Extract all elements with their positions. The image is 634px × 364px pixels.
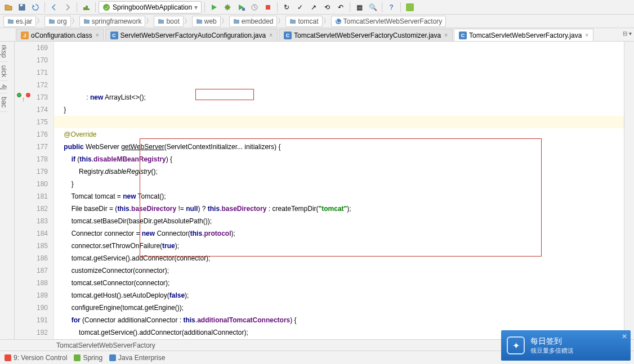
coverage-icon[interactable]	[235, 1, 247, 14]
line-number[interactable]: 192	[15, 326, 48, 339]
code-line[interactable]: tomcat.setBaseDir(baseDir.getAbsolutePat…	[54, 215, 634, 227]
editor-tab[interactable]: CTomcatServletWebServerFactory.java×	[454, 29, 593, 41]
line-number[interactable]: 183	[15, 215, 48, 227]
code-line[interactable]: customizeConnector(connector);	[54, 264, 634, 277]
history-icon[interactable]: ⟲	[321, 1, 333, 14]
tab-overflow-icon[interactable]: ⊟ ▾	[623, 30, 632, 37]
run-icon[interactable]	[208, 1, 220, 14]
file-type-icon: J	[21, 32, 29, 39]
code-line[interactable]: tomcat.getHost().setAutoDeploy(false);	[54, 289, 634, 302]
close-icon[interactable]: ×	[444, 32, 448, 38]
line-number[interactable]: 173↑	[15, 91, 48, 104]
line-number[interactable]: 185	[15, 240, 48, 252]
breadcrumb-item[interactable]: boot	[154, 16, 183, 27]
bottom-tool-button[interactable]: Java Enterprise	[109, 354, 165, 362]
line-number[interactable]: 178	[15, 153, 48, 165]
editor-tab[interactable]: CTomcatServletWebServerFactoryCustomizer…	[279, 29, 453, 41]
code-line[interactable]: Connector connector = new Connector(this…	[54, 227, 634, 240]
svg-rect-4	[242, 8, 245, 11]
line-number[interactable]: 190	[15, 302, 48, 314]
breadcrumb-item[interactable]: CTomcatServletWebServerFactory	[331, 16, 447, 27]
build-icon[interactable]	[80, 1, 92, 14]
chevron-down-icon: ▾	[194, 3, 198, 11]
commit-icon[interactable]: ✓	[294, 1, 306, 14]
code-line[interactable]: for (Connector additionalConnector : thi…	[54, 314, 634, 326]
line-number[interactable]: 186	[15, 252, 48, 264]
chevron-right-icon: 〉	[278, 16, 284, 26]
line-number[interactable]: 181	[15, 190, 48, 203]
code-line[interactable]	[54, 116, 634, 128]
refresh-icon[interactable]	[29, 1, 42, 14]
stop-icon[interactable]	[262, 1, 274, 14]
tab-label: TomcatServletWebServerFactory.java	[469, 32, 582, 39]
line-number[interactable]: 184	[15, 227, 48, 240]
tool-window-button[interactable]: bac	[0, 93, 8, 111]
code-line[interactable]: }	[54, 178, 634, 190]
bottom-tool-button[interactable]: Spring	[74, 354, 102, 362]
breadcrumb-item[interactable]: tomcat	[285, 16, 322, 27]
code-line[interactable]: configureEngine(tomcat.getEngine());	[54, 302, 634, 314]
code-line[interactable]: Registry.disableRegistry();	[54, 165, 634, 178]
line-number[interactable]: 191	[15, 314, 48, 326]
editor-tabs: JoConfiguration.class×CServletWebServerF…	[0, 28, 634, 42]
code-editor[interactable]: : new ArrayList<>(); } @Override public …	[54, 42, 634, 339]
forward-icon[interactable]	[61, 1, 74, 14]
line-number[interactable]: 172	[15, 79, 48, 91]
popup-sub: 领豆量多倍赠送	[530, 347, 574, 355]
code-line[interactable]: File baseDir = (this.baseDirectory != nu…	[54, 203, 634, 215]
line-number[interactable]: 182	[15, 203, 48, 215]
revert-icon[interactable]: ↶	[334, 1, 347, 14]
tool-window-button[interactable]: 4j	[0, 81, 8, 93]
line-number[interactable]: 170	[15, 54, 48, 66]
code-line[interactable]: : new ArrayList<>();	[54, 91, 634, 104]
search-icon[interactable]: 🔍	[367, 1, 379, 14]
code-line[interactable]: tomcat.getService().addConnector(connect…	[54, 252, 634, 264]
breadcrumb-item[interactable]: embedded	[229, 16, 278, 27]
error-stripe[interactable]	[624, 42, 634, 339]
breadcrumb-item[interactable]: es.jar	[3, 16, 36, 27]
jrebel-icon[interactable]	[404, 1, 416, 14]
close-icon[interactable]: ✕	[622, 332, 627, 340]
breadcrumb-item[interactable]: org	[44, 16, 70, 27]
code-line[interactable]: tomcat.setConnector(connector);	[54, 277, 634, 289]
line-number[interactable]: 188	[15, 277, 48, 289]
line-number[interactable]: 189	[15, 289, 48, 302]
line-number[interactable]: 176	[15, 128, 48, 141]
line-number[interactable]: 187	[15, 264, 48, 277]
breadcrumb-item[interactable]: web	[192, 16, 221, 27]
line-number[interactable]: 179	[15, 165, 48, 178]
code-line[interactable]: if (this.disableMBeanRegistry) {	[54, 153, 634, 165]
code-line[interactable]: connector.setThrowOnFailure(true);	[54, 240, 634, 252]
close-icon[interactable]: ×	[269, 32, 273, 38]
close-icon[interactable]: ×	[96, 32, 99, 38]
line-number[interactable]: 177	[15, 141, 48, 153]
back-icon[interactable]	[48, 1, 60, 14]
signin-popup[interactable]: ✕ ✦ 每日签到 领豆量多倍赠送	[501, 330, 631, 361]
close-icon[interactable]: ×	[585, 32, 588, 38]
save-all-icon[interactable]	[16, 1, 28, 14]
structure-icon[interactable]: ▦	[353, 1, 365, 14]
breadcrumb-item[interactable]: springframework	[79, 16, 146, 27]
line-number[interactable]: 174	[15, 104, 48, 116]
line-number[interactable]: 171	[15, 66, 48, 79]
line-number[interactable]: 180	[15, 178, 48, 190]
code-line[interactable]: }	[54, 104, 634, 116]
code-line[interactable]: @Override	[54, 128, 634, 141]
tool-window-button[interactable]: uick	[0, 62, 8, 81]
run-configuration-dropdown[interactable]: SpringbootWebApplication ▾	[99, 1, 202, 14]
bottom-tool-button[interactable]: 9: Version Control	[5, 354, 67, 362]
editor-tab[interactable]: JoConfiguration.class×	[16, 29, 104, 41]
line-number[interactable]: 169	[15, 42, 48, 54]
code-line[interactable]: public WebServer getWebServer(ServletCon…	[54, 141, 634, 153]
code-line[interactable]: Tomcat tomcat = new Tomcat();	[54, 190, 634, 203]
profile-icon[interactable]	[248, 1, 261, 14]
open-icon[interactable]	[2, 1, 15, 14]
svg-point-2	[103, 4, 110, 11]
push-icon[interactable]: ↗	[307, 1, 320, 14]
help-icon[interactable]: ?	[385, 1, 398, 14]
update-icon[interactable]: ↻	[280, 1, 293, 14]
editor-tab[interactable]: CServletWebServerFactoryAutoConfiguratio…	[105, 29, 278, 41]
line-number[interactable]: 175	[15, 116, 48, 128]
tool-window-button[interactable]: rksp	[0, 42, 8, 62]
debug-icon[interactable]	[221, 1, 234, 14]
